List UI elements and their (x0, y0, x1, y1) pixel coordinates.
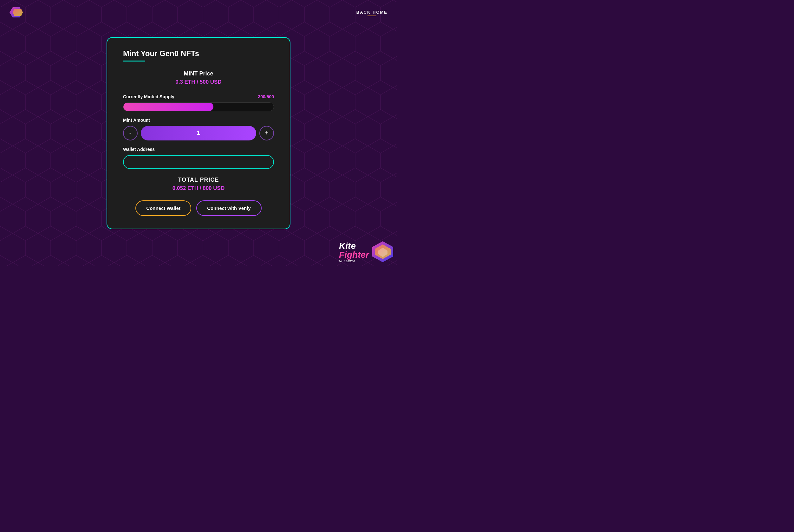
kite-fighter-logo: Kite Fighter NFT Studio (339, 241, 394, 263)
svg-marker-1 (13, 9, 23, 16)
mint-amount-section: Mint Amount - 1 + (123, 118, 274, 140)
mint-price-value: 0.3 ETH / 500 USD (123, 79, 274, 85)
back-home-link[interactable]: BACK HOME (356, 10, 387, 16)
supply-section: Currently Minted Supply 300/500 (123, 94, 274, 111)
connect-venly-button[interactable]: Connect with Venly (196, 201, 262, 216)
total-price-section: TOTAL PRICE 0.052 ETH / 800 USD (123, 176, 274, 191)
total-price-value: 0.052 ETH / 800 USD (123, 185, 274, 191)
progress-bar-container (123, 102, 274, 111)
mint-amount-controls: - 1 + (123, 126, 274, 140)
kf-fighter-text: Fighter (339, 250, 369, 260)
back-home-text: BACK HOME (356, 10, 387, 15)
mint-price-label: MINT Price (123, 70, 274, 77)
back-home-underline (367, 16, 376, 16)
total-price-label: TOTAL PRICE (123, 176, 274, 183)
kf-diamond-icon (372, 241, 394, 263)
wallet-label: Wallet Address (123, 147, 274, 152)
mint-card: Mint Your Gen0 NFTs MINT Price 0.3 ETH /… (107, 37, 290, 229)
logo[interactable] (10, 6, 23, 20)
connect-wallet-button[interactable]: Connect Wallet (135, 201, 191, 216)
kf-text-block: Kite Fighter NFT Studio (339, 242, 369, 263)
mint-price-section: MINT Price 0.3 ETH / 500 USD (123, 70, 274, 85)
increment-button[interactable]: + (259, 126, 274, 140)
buttons-row: Connect Wallet Connect with Venly (123, 201, 274, 216)
progress-bar-fill (124, 103, 213, 111)
card-title-underline (123, 60, 145, 61)
card-title-section: Mint Your Gen0 NFTs (123, 49, 274, 61)
supply-header: Currently Minted Supply 300/500 (123, 94, 274, 99)
supply-label: Currently Minted Supply (123, 94, 174, 99)
amount-display: 1 (141, 126, 256, 140)
wallet-section: Wallet Address (123, 147, 274, 169)
supply-count: 300/500 (258, 94, 274, 99)
wallet-input[interactable] (123, 155, 274, 169)
kf-subtitle-text: NFT Studio (339, 259, 369, 263)
card-title: Mint Your Gen0 NFTs (123, 49, 274, 58)
mint-amount-label: Mint Amount (123, 118, 274, 123)
top-navigation: BACK HOME (0, 0, 397, 26)
decrement-button[interactable]: - (123, 126, 138, 140)
kf-kite-text: Kite (339, 241, 356, 251)
